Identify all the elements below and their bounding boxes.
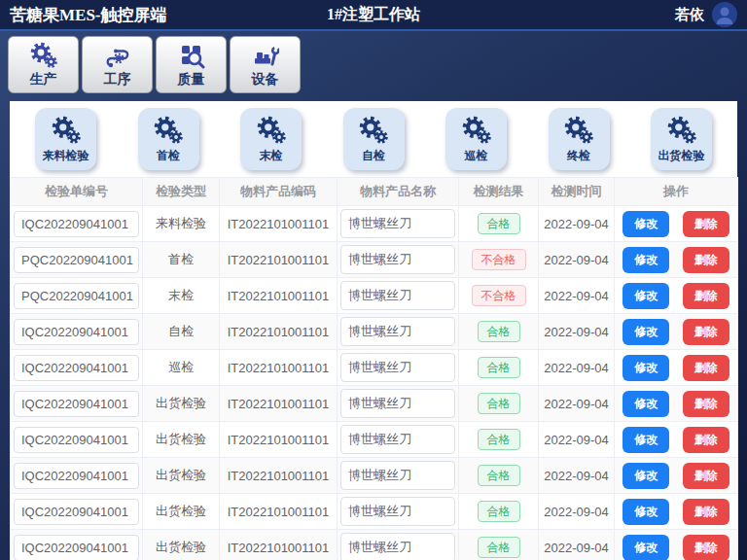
material-name-field[interactable]: 博世螺丝刀 xyxy=(340,317,455,346)
delete-button[interactable]: 删除 xyxy=(683,319,729,345)
gears-icon xyxy=(52,116,81,145)
username: 若依 xyxy=(675,6,704,24)
cell-date: 2022-09-04 xyxy=(539,314,615,350)
cell-date: 2022-09-04 xyxy=(539,206,615,242)
inspection-button-row: 来料检验 首检 末检 xyxy=(10,101,737,175)
cell-material-name: 博世螺丝刀 xyxy=(338,278,459,314)
delete-button[interactable]: 删除 xyxy=(683,535,729,560)
delete-button[interactable]: 删除 xyxy=(683,499,729,525)
toolbar-button-quality[interactable]: 质量 xyxy=(156,36,227,93)
inspection-button-final[interactable]: 终检 xyxy=(549,108,610,170)
material-name-field[interactable]: 博世螺丝刀 xyxy=(340,425,455,454)
gears-icon xyxy=(667,116,696,145)
order-no-field[interactable]: PQC202209041001 xyxy=(14,283,139,309)
inspection-button-label: 来料检验 xyxy=(43,148,89,164)
delete-button[interactable]: 删除 xyxy=(683,247,729,273)
delete-button[interactable]: 删除 xyxy=(683,463,729,489)
gears-icon xyxy=(154,116,183,145)
edit-button[interactable]: 修改 xyxy=(622,535,669,560)
material-name-field[interactable]: 博世螺丝刀 xyxy=(340,389,455,418)
material-name-field[interactable]: 博世螺丝刀 xyxy=(340,281,455,310)
edit-button[interactable]: 修改 xyxy=(622,391,669,417)
cell-date: 2022-09-04 xyxy=(539,278,615,314)
result-badge: 合格 xyxy=(478,393,520,414)
cell-date: 2022-09-04 xyxy=(539,458,615,494)
cell-material-code: IT2022101001101 xyxy=(220,278,338,314)
result-badge: 合格 xyxy=(478,429,520,450)
user-menu[interactable]: 若依 xyxy=(675,2,737,27)
cell-result: 不合格 xyxy=(459,278,539,314)
inspection-button-patrol[interactable]: 巡检 xyxy=(445,108,507,170)
cell-result: 合格 xyxy=(459,386,539,422)
edit-button[interactable]: 修改 xyxy=(622,427,669,453)
edit-button[interactable]: 修改 xyxy=(622,355,669,381)
order-no-field[interactable]: IQC202209041001 xyxy=(14,535,139,560)
edit-button[interactable]: 修改 xyxy=(622,247,669,273)
material-name-field[interactable]: 博世螺丝刀 xyxy=(340,209,455,238)
material-name-field[interactable]: 博世螺丝刀 xyxy=(340,353,455,382)
cell-material-code: IT2022101001101 xyxy=(220,494,338,530)
order-no-field[interactable]: IQC202209041001 xyxy=(14,355,139,381)
cell-material-name: 博世螺丝刀 xyxy=(338,206,459,242)
table-row: IQC202209041001 出货检验 IT2022101001101 博世螺… xyxy=(11,530,738,560)
order-no-field[interactable]: PQC202209041001 xyxy=(14,247,139,273)
cell-result: 合格 xyxy=(459,530,539,560)
table-row: PQC202209041001 首检 IT2022101001101 博世螺丝刀… xyxy=(11,242,738,278)
toolbar-button-label: 生产 xyxy=(30,71,57,88)
order-no-field[interactable]: IQC202209041001 xyxy=(14,319,139,345)
process-route-icon xyxy=(104,42,131,69)
edit-button[interactable]: 修改 xyxy=(622,211,669,237)
inspection-button-self[interactable]: 自检 xyxy=(343,108,405,170)
inspection-button-first-article[interactable]: 首检 xyxy=(138,108,199,170)
table-row: IQC202209041001 出货检验 IT2022101001101 博世螺… xyxy=(11,386,738,422)
material-name-field[interactable]: 博世螺丝刀 xyxy=(340,245,455,274)
toolbar-button-equipment[interactable]: 设备 xyxy=(230,36,301,93)
edit-button[interactable]: 修改 xyxy=(622,463,669,489)
toolbar-button-process[interactable]: 工序 xyxy=(82,36,153,93)
cell-actions: 修改 删除 xyxy=(615,314,738,350)
inspection-button-last-article[interactable]: 末检 xyxy=(240,108,302,170)
cell-inspection-type: 出货检验 xyxy=(143,386,220,422)
material-name-field[interactable]: 博世螺丝刀 xyxy=(340,497,455,526)
edit-button[interactable]: 修改 xyxy=(622,499,669,525)
inspection-button-label: 巡检 xyxy=(465,148,488,164)
delete-button[interactable]: 删除 xyxy=(683,355,729,381)
result-badge: 合格 xyxy=(478,213,520,234)
column-header: 操作 xyxy=(615,178,738,206)
order-no-field[interactable]: IQC202209041001 xyxy=(14,499,139,525)
inspection-button-outgoing[interactable]: 出货检验 xyxy=(651,108,712,170)
cell-material-code: IT2022101001101 xyxy=(220,386,338,422)
order-no-field[interactable]: IQC202209041001 xyxy=(14,391,139,417)
cell-inspection-type: 出货检验 xyxy=(143,494,220,530)
inspection-button-label: 首检 xyxy=(157,148,180,164)
order-no-field[interactable]: IQC202209041001 xyxy=(14,463,139,489)
inspection-table: 检验单编号检验类型物料产品编码物料产品名称检测结果检测时间操作 IQC20220… xyxy=(10,177,738,560)
titlebar: 苦糖果MES-触控屏端 1#注塑工作站 若依 xyxy=(0,0,747,31)
delete-button[interactable]: 删除 xyxy=(683,391,729,417)
inspection-button-incoming[interactable]: 来料检验 xyxy=(35,108,96,170)
cell-material-name: 博世螺丝刀 xyxy=(338,422,459,458)
material-name-field[interactable]: 博世螺丝刀 xyxy=(340,533,455,560)
result-badge: 合格 xyxy=(478,465,520,486)
cell-result: 合格 xyxy=(459,350,539,386)
material-name-field[interactable]: 博世螺丝刀 xyxy=(340,461,455,490)
cell-actions: 修改 删除 xyxy=(615,206,738,242)
cell-order-no: IQC202209041001 xyxy=(11,314,143,350)
cell-material-code: IT2022101001101 xyxy=(220,350,338,386)
inspection-button-label: 末检 xyxy=(260,148,283,164)
cell-actions: 修改 删除 xyxy=(615,458,738,494)
order-no-field[interactable]: IQC202209041001 xyxy=(14,211,139,237)
cell-result: 合格 xyxy=(459,458,539,494)
delete-button[interactable]: 删除 xyxy=(683,427,729,453)
cell-material-name: 博世螺丝刀 xyxy=(338,242,459,278)
delete-button[interactable]: 删除 xyxy=(683,283,729,309)
edit-button[interactable]: 修改 xyxy=(622,319,669,345)
mes-touch-screen: 苦糖果MES-触控屏端 1#注塑工作站 若依 生产 xyxy=(0,0,747,560)
toolbar-button-production[interactable]: 生产 xyxy=(8,36,79,93)
cell-material-code: IT2022101001101 xyxy=(220,458,338,494)
delete-button[interactable]: 删除 xyxy=(683,211,729,237)
order-no-field[interactable]: IQC202209041001 xyxy=(14,427,139,453)
edit-button[interactable]: 修改 xyxy=(622,283,669,309)
cell-order-no: IQC202209041001 xyxy=(11,386,143,422)
avatar[interactable] xyxy=(712,2,737,27)
